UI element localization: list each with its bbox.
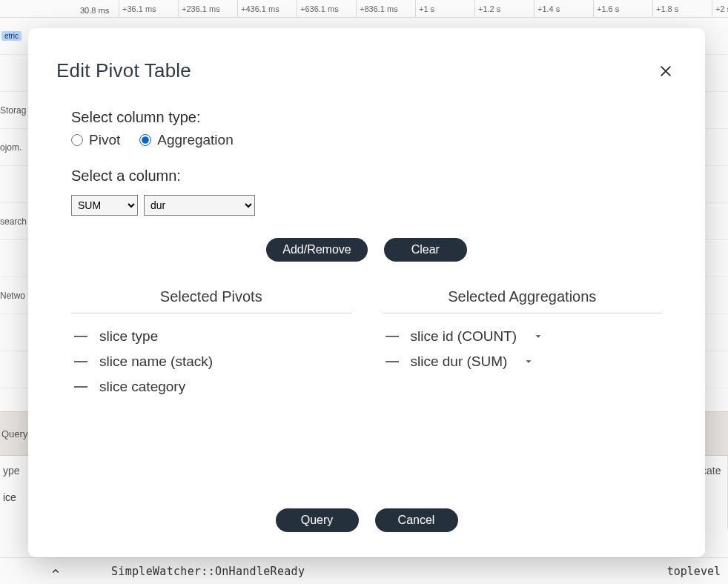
pivot-item-label: slice name (stack)	[99, 354, 213, 370]
footer-right-text: toplevel	[667, 565, 721, 578]
column-select[interactable]: dur	[144, 195, 255, 216]
footer-row: SimpleWatcher::OnHandleReady toplevel	[0, 557, 728, 584]
ruler-ticks: +36.1 ms+236.1 ms+436.1 ms+636.1 ms+836.…	[119, 0, 728, 17]
ruler-tick: +2 s	[712, 0, 728, 17]
select-column-label: Select a column:	[71, 167, 662, 185]
remove-icon[interactable]	[74, 386, 87, 388]
dialog-title: Edit Pivot Table	[56, 59, 191, 82]
footer-code-text: SimpleWatcher::OnHandleReady	[111, 565, 305, 578]
aggregation-item-label: slice dur (SUM)	[411, 354, 508, 370]
column-type-label: Select column type:	[71, 109, 662, 126]
aggregation-select[interactable]: SUMCOUNTAVGMINMAX	[71, 195, 138, 216]
pivot-item[interactable]: slice category	[71, 374, 351, 399]
ruler-tick: +236.1 ms	[178, 0, 237, 17]
table-header-left: ype	[0, 456, 30, 485]
aggregation-item[interactable]: slice dur (SUM)	[383, 349, 663, 374]
radio-aggregation-label: Aggregation	[157, 132, 233, 148]
background-row-label: search	[0, 216, 30, 227]
radio-aggregation[interactable]: Aggregation	[139, 132, 233, 148]
metric-chip: etric	[1, 31, 21, 41]
pivot-item-label: slice category	[99, 379, 185, 395]
query-button[interactable]: Query	[276, 508, 359, 532]
ruler-tick: +1.8 s	[652, 0, 712, 17]
selected-aggregations-title: Selected Aggregations	[383, 288, 663, 313]
ruler-tick: +1.6 s	[593, 0, 652, 17]
ruler-tick: +836.1 ms	[356, 0, 415, 17]
selected-pivots-column: Selected Pivots slice typeslice name (st…	[71, 288, 351, 399]
remove-icon[interactable]	[74, 361, 87, 362]
radio-pivot-label: Pivot	[89, 132, 120, 148]
aggregation-item-label: slice id (COUNT)	[411, 328, 517, 345]
aggregations-list: slice id (COUNT)slice dur (SUM)	[383, 324, 663, 374]
remove-icon[interactable]	[74, 336, 87, 337]
background-row-label: Netwo	[0, 291, 30, 301]
ruler-tick: +36.1 ms	[119, 0, 178, 17]
remove-icon[interactable]	[385, 361, 399, 362]
add-remove-button[interactable]: Add/Remove	[266, 238, 368, 262]
table-body-left: ice	[0, 485, 30, 530]
selected-pivots-title: Selected Pivots	[71, 288, 351, 313]
pivots-list: slice typeslice name (stack)slice catego…	[71, 324, 351, 399]
remove-icon[interactable]	[385, 336, 399, 337]
pivot-item-label: slice type	[99, 328, 158, 345]
pivot-item[interactable]: slice name (stack)	[71, 349, 351, 374]
dropdown-triangle-icon[interactable]	[533, 331, 543, 342]
close-icon[interactable]	[655, 60, 677, 82]
chevron-up-icon[interactable]	[0, 565, 111, 578]
time-ruler: 30.8 ms +36.1 ms+236.1 ms+436.1 ms+636.1…	[0, 0, 728, 18]
ruler-tick: +1.2 s	[474, 0, 534, 17]
query-band-label: Query	[1, 428, 27, 439]
pivot-item[interactable]: slice type	[71, 324, 351, 349]
radio-pivot[interactable]: Pivot	[71, 132, 120, 148]
ruler-tick: +436.1 ms	[237, 0, 297, 17]
selected-aggregations-column: Selected Aggregations slice id (COUNT)sl…	[383, 288, 663, 399]
radio-aggregation-input[interactable]	[139, 134, 151, 146]
background-row-label: Storag	[0, 105, 30, 116]
ruler-tick: +1 s	[415, 0, 474, 17]
cancel-button[interactable]: Cancel	[375, 508, 458, 532]
ruler-tick: +1.4 s	[534, 0, 593, 17]
background-row-label: ojom.	[0, 142, 30, 153]
aggregation-item[interactable]: slice id (COUNT)	[383, 324, 663, 349]
ruler-tick: +636.1 ms	[297, 0, 356, 17]
radio-pivot-input[interactable]	[71, 134, 83, 146]
dropdown-triangle-icon[interactable]	[523, 356, 534, 367]
edit-pivot-dialog: Edit Pivot Table Select column type: Piv…	[28, 28, 705, 557]
clear-button[interactable]: Clear	[384, 238, 467, 262]
